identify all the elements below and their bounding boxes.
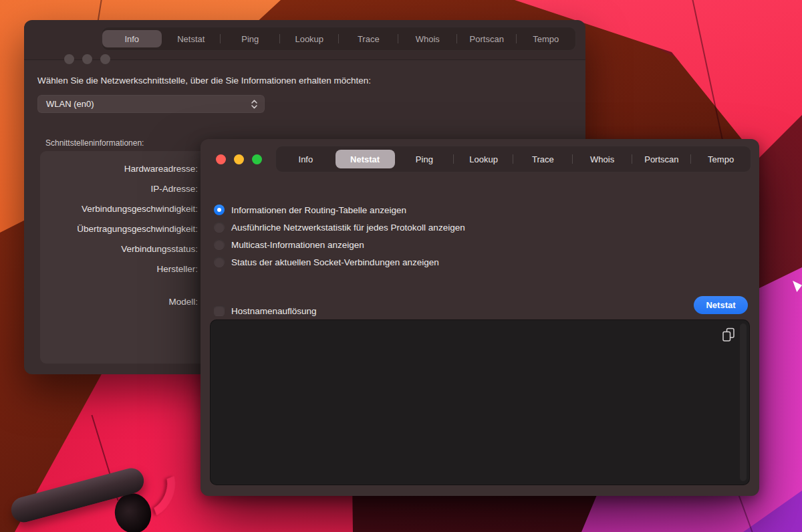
tab-whois[interactable]: Whois [398,27,458,50]
radio-button[interactable] [214,222,225,233]
interface-select[interactable]: WLAN (en0) [37,95,265,113]
zoom-button[interactable] [252,154,262,164]
radio-label: Multicast-Informationen anzeigen [231,240,364,250]
netstat-window: Info Netstat Ping Lookup Trace Whois Por… [200,139,759,496]
window-controls [64,54,110,64]
info-label-link-speed: Verbindungsgeschwindigkeit: [40,199,198,219]
minimize-button[interactable] [234,154,244,164]
minimize-button[interactable] [82,54,92,64]
info-label-ip-address: IP-Adresse: [40,179,198,199]
radio-option-socket-state[interactable]: Status der aktuellen Socket-Verbindungen… [214,253,465,271]
netstat-run-button[interactable]: Netstat [694,296,748,314]
tab-whois[interactable]: Whois [573,146,632,172]
interface-select-value: WLAN (en0) [46,99,251,109]
output-area[interactable] [210,319,750,485]
tab-ping[interactable]: Ping [221,27,280,50]
radio-label: Informationen der Routing-Tabelle anzeig… [231,205,406,215]
info-label-link-status: Verbindungsstatus: [40,239,198,259]
info-label-model: Modell: [40,292,198,312]
info-label-transfer-speed: Übertragungsgeschwindigkeit: [40,219,198,239]
scrollbar[interactable] [740,323,747,481]
section-title: Schnittstelleninformationen: [45,138,144,148]
window-controls [216,154,262,164]
desktop: Info Netstat Ping Lookup Trace Whois Por… [0,0,802,532]
copy-icon [722,327,735,342]
tab-lookup[interactable]: Lookup [454,146,513,172]
radio-button-selected[interactable] [214,205,225,215]
netstat-options: Informationen der Routing-Tabelle anzeig… [214,201,465,271]
radio-button[interactable] [214,239,225,250]
radio-button[interactable] [214,257,225,267]
tab-trace[interactable]: Trace [513,146,573,172]
tab-bar: Info Netstat Ping Lookup Trace Whois Por… [102,27,576,51]
radio-label: Ausführliche Netzwerkstatistik für jedes… [231,223,465,233]
chevron-up-down-icon [251,99,258,110]
tab-info[interactable]: Info [276,146,336,172]
radio-option-routing-table[interactable]: Informationen der Routing-Tabelle anzeig… [214,201,465,219]
hostname-checkbox[interactable] [214,305,225,316]
zoom-button[interactable] [100,54,110,64]
tab-bar: Info Netstat Ping Lookup Trace Whois Por… [275,146,751,172]
hostname-resolution-option[interactable]: Hostnamenauflösung [214,302,317,319]
radio-option-protocol-statistics[interactable]: Ausführliche Netzwerkstatistik für jedes… [214,219,465,236]
radio-label: Status der aktuellen Socket-Verbindungen… [231,257,439,267]
close-button[interactable] [64,54,74,64]
tab-ping[interactable]: Ping [395,146,454,172]
tab-info[interactable]: Info [102,30,162,47]
hostname-checkbox-label: Hostnamenauflösung [231,306,317,316]
tab-netstat[interactable]: Netstat [336,150,395,168]
tab-lookup[interactable]: Lookup [280,27,340,50]
close-button[interactable] [216,154,226,164]
tab-netstat[interactable]: Netstat [162,27,221,50]
radio-option-multicast[interactable]: Multicast-Informationen anzeigen [214,236,465,253]
tab-tempo[interactable]: Tempo [691,146,751,172]
tab-tempo[interactable]: Tempo [517,27,576,50]
copy-button[interactable] [722,327,735,342]
interface-prompt: Wählen Sie die Netzwerkschnittstelle, üb… [37,76,371,86]
tab-trace[interactable]: Trace [339,27,398,50]
info-label-hardware-address: Hardwareadresse: [40,159,198,179]
tab-portscan[interactable]: Portscan [632,146,692,172]
tab-portscan[interactable]: Portscan [457,27,517,50]
info-label-vendor: Hersteller: [40,259,198,279]
output-text [218,326,730,479]
titlebar[interactable]: Info Netstat Ping Lookup Trace Whois Por… [24,20,585,60]
